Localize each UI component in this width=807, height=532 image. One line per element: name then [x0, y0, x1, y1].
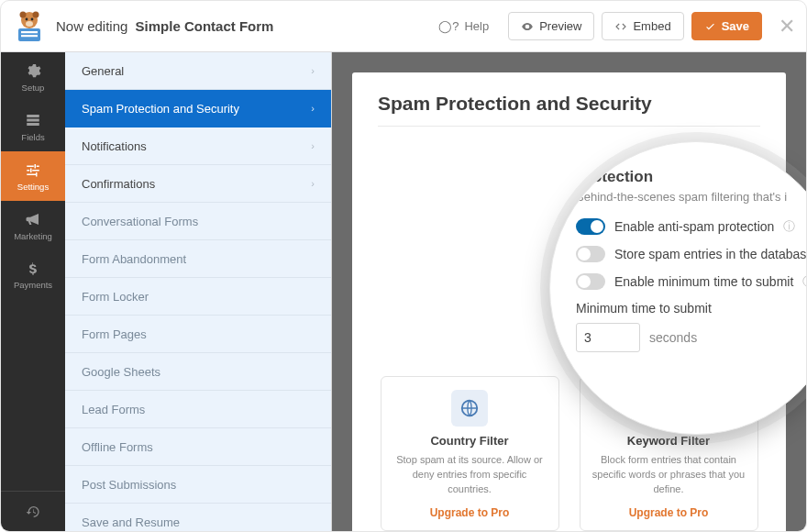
nav-fields-label: Fields [21, 132, 44, 142]
chevron-down-icon [744, 359, 757, 371]
chevron-right-icon: › [311, 103, 315, 114]
settings-sidebar: General› Spam Protection and Security› N… [65, 52, 332, 531]
sidebar-item-confirmations[interactable]: Confirmations› [65, 165, 331, 203]
megaphone-icon [25, 211, 41, 227]
keyword-upgrade-link[interactable]: Upgrade to Pro [591, 506, 746, 519]
nav-payments-label: Payments [14, 280, 52, 290]
chevron-right-icon: › [311, 65, 315, 76]
help-icon: ◯? [438, 19, 459, 33]
help-button[interactable]: ◯? Help [426, 13, 501, 39]
svg-point-4 [31, 17, 34, 20]
sidebar-item-notifications[interactable]: Notifications› [65, 127, 331, 165]
svg-point-3 [26, 17, 28, 20]
sidebar-item-postsub[interactable]: Post Submissions› [65, 466, 331, 504]
filter-cards: Country Filter Stop spam at its source. … [378, 376, 760, 531]
country-filter-title: Country Filter [392, 434, 547, 448]
card-country-filter: Country Filter Stop spam at its source. … [381, 376, 559, 531]
country-upgrade-link[interactable]: Upgrade to Pro [392, 506, 547, 519]
close-button[interactable]: ✕ [779, 15, 795, 39]
preview-label: Preview [539, 19, 581, 33]
card-keyword-filter: Keyword Filter Block form entries that c… [580, 376, 758, 531]
nav-setup[interactable]: Setup [1, 52, 65, 102]
sidebar-item-general[interactable]: General› [65, 52, 331, 90]
svg-rect-10 [27, 118, 39, 121]
intro-fragment: ur visitors. [688, 179, 742, 193]
svg-rect-7 [21, 31, 38, 33]
now-editing-prefix: Now editing [56, 18, 127, 34]
settings-panel: Spam Protection and Security ur visitors… [352, 72, 786, 531]
chevron-right-icon: › [311, 140, 315, 151]
check-icon [704, 20, 716, 32]
sidebar-item-offline[interactable]: Offline Forms› [65, 428, 331, 466]
svg-line-14 [664, 404, 674, 414]
form-title-area: Now editing Simple Contact Form [56, 18, 273, 34]
country-filter-desc: Stop spam at its source. Allow or deny e… [392, 453, 547, 497]
sidebar-item-leadforms[interactable]: Lead Forms› [65, 391, 331, 428]
svg-point-1 [20, 11, 27, 17]
nav-marketing[interactable]: Marketing [1, 201, 65, 250]
panel-title: Spam Protection and Security [378, 93, 760, 115]
app-logo [12, 9, 47, 44]
collapse-toggle[interactable] [744, 359, 757, 374]
sliders-icon [25, 161, 41, 178]
sidebar-item-pages[interactable]: Form Pages› [65, 316, 331, 353]
sidebar-item-conversational[interactable]: Conversational Forms› [65, 203, 331, 240]
help-label: Help [464, 19, 489, 33]
embed-label: Embed [633, 19, 670, 33]
sidebar-item-sheets[interactable]: Google Sheets› [65, 353, 331, 391]
keyword-filter-desc: Block form entries that contain specific… [591, 453, 746, 497]
eye-icon [521, 20, 534, 33]
sidebar-item-saveresume[interactable]: Save and Resume› [65, 504, 331, 531]
sidebar-item-abandonment[interactable]: Form Abandonment› [65, 240, 331, 278]
nav-setup-label: Setup [22, 83, 45, 93]
globe-block-icon [451, 390, 488, 427]
code-icon [614, 20, 627, 33]
form-name[interactable]: Simple Contact Form [136, 18, 274, 34]
svg-point-2 [33, 11, 39, 17]
chevron-right-icon: › [311, 178, 315, 189]
help-icon[interactable]: ⓘ [802, 273, 806, 290]
sidebar-item-spam[interactable]: Spam Protection and Security› [65, 90, 331, 127]
svg-rect-8 [21, 35, 38, 37]
svg-rect-9 [27, 115, 39, 117]
history-icon [26, 504, 40, 519]
gear-icon [25, 62, 41, 79]
content-area: Spam Protection and Security ur visitors… [332, 52, 806, 531]
top-bar: Now editing Simple Contact Form ◯? Help … [1, 1, 806, 52]
preview-button[interactable]: Preview [508, 12, 594, 40]
block-icon [650, 390, 687, 427]
keyword-filter-title: Keyword Filter [591, 434, 746, 448]
svg-rect-11 [27, 123, 39, 126]
nav-settings-label: Settings [17, 182, 49, 192]
left-nav: Setup Fields Settings Marketing Payments [1, 52, 65, 531]
save-label: Save [722, 19, 749, 33]
save-button[interactable]: Save [691, 12, 762, 40]
nav-payments[interactable]: Payments [1, 250, 65, 300]
nav-history[interactable] [1, 491, 65, 531]
dollar-icon [26, 261, 40, 276]
embed-button[interactable]: Embed [602, 12, 683, 40]
nav-fields[interactable]: Fields [1, 102, 65, 151]
sidebar-item-locker[interactable]: Form Locker› [65, 278, 331, 316]
nav-settings[interactable]: Settings [1, 151, 65, 201]
svg-point-5 [26, 21, 33, 27]
nav-marketing-label: Marketing [14, 231, 52, 241]
fields-icon [25, 112, 41, 128]
